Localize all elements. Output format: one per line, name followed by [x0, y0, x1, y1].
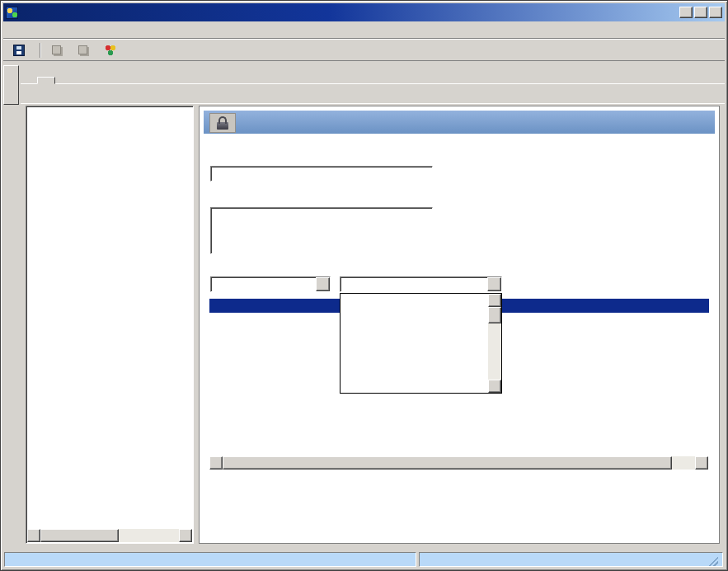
scroll-up-icon[interactable] — [488, 294, 501, 307]
chevron-down-icon[interactable] — [316, 277, 330, 291]
associate-component-button[interactable] — [73, 43, 97, 57]
acl-behavior-combobox[interactable] — [210, 276, 331, 292]
scroll-left-icon[interactable] — [209, 456, 223, 470]
menu-bar — [3, 21, 725, 39]
scroll-right-icon[interactable] — [695, 456, 708, 470]
locations-tree-panel — [26, 106, 194, 544]
content-area — [21, 103, 725, 549]
status-secondary — [419, 552, 723, 567]
grid-scroll-thumb[interactable] — [223, 456, 672, 470]
title-bar — [3, 3, 725, 21]
toolbar — [3, 39, 725, 61]
section-tab-row — [23, 86, 722, 103]
tree-scroll-track[interactable] — [40, 529, 179, 542]
tree-horizontal-scrollbar[interactable] — [27, 529, 192, 542]
trusted-ports-dropdown-list — [340, 293, 502, 394]
scroll-left-icon[interactable] — [27, 529, 40, 542]
description-textarea[interactable] — [210, 207, 433, 254]
toolbar-separator — [40, 43, 41, 58]
lock-icon — [217, 122, 228, 130]
acl-icon-block — [209, 113, 237, 134]
acl-behavior-value — [211, 277, 316, 291]
lock-icon-box — [209, 113, 236, 133]
app-window — [0, 0, 728, 571]
close-button[interactable] — [709, 7, 722, 18]
trusted-ports-value — [341, 277, 487, 291]
policy-tab-row — [21, 65, 725, 84]
status-message — [4, 552, 416, 567]
remove-component-button[interactable] — [99, 42, 126, 59]
chevron-down-icon[interactable] — [487, 277, 501, 291]
acl-panel — [199, 106, 720, 544]
component-icon — [78, 45, 87, 54]
tab-security-policy[interactable] — [37, 77, 55, 84]
name-input[interactable] — [210, 166, 433, 182]
dropdown-scroll-track[interactable] — [488, 307, 501, 380]
tree-scroll-thumb[interactable] — [40, 529, 119, 542]
scroll-down-icon[interactable] — [488, 380, 501, 393]
tab-policies[interactable] — [21, 77, 37, 83]
remove-component-icon — [105, 45, 116, 56]
floppy-icon — [13, 45, 25, 56]
minimize-button[interactable] — [679, 7, 693, 18]
new-component-button[interactable] — [46, 43, 71, 57]
grid-horizontal-scrollbar[interactable] — [209, 456, 708, 470]
grid-scroll-track[interactable] — [223, 456, 695, 470]
dropdown-options — [341, 294, 488, 393]
dropdown-scrollbar[interactable] — [488, 294, 501, 393]
app-icon — [6, 7, 18, 19]
tasks-side-tab[interactable] — [3, 65, 19, 105]
scroll-right-icon[interactable] — [179, 529, 192, 542]
resize-grip[interactable] — [707, 555, 718, 566]
save-policy-button[interactable] — [7, 42, 35, 59]
dropdown-scroll-thumb[interactable] — [488, 307, 501, 323]
status-bar — [3, 550, 725, 568]
trusted-ports-combobox[interactable] — [340, 276, 502, 292]
component-icon — [52, 45, 61, 54]
locations-tree — [28, 109, 191, 528]
acl-panel-header — [204, 111, 715, 134]
maximize-button[interactable] — [694, 7, 707, 18]
